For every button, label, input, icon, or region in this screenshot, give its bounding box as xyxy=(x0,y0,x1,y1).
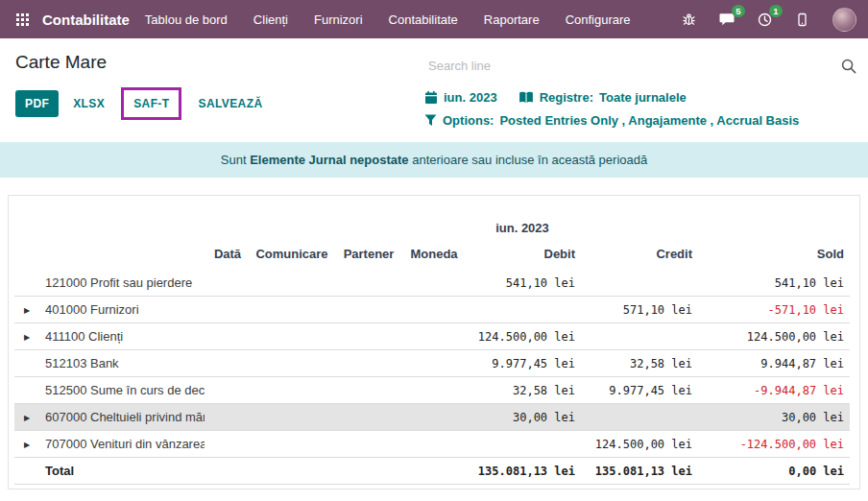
date-filter[interactable]: iun. 2023 xyxy=(424,90,497,105)
caret-cell: ▶ xyxy=(14,404,39,431)
credit-cell: 124.500,00 lei xyxy=(581,431,698,458)
total-label: Total xyxy=(39,458,205,485)
caret-cell xyxy=(14,270,39,297)
menu-item-raportare[interactable]: Raportare xyxy=(484,12,540,27)
ledger-row-401000[interactable]: ▶401000 Furnizori571,10 lei-571,10 lei xyxy=(14,297,850,323)
filter-line-2: Options: Posted Entries Only , Angajamen… xyxy=(424,113,856,128)
report-header: Carte Mare PDF XLSX SAF-T SALVEAZĂ xyxy=(0,38,868,128)
credit-cell: 571,10 lei xyxy=(581,297,698,323)
funnel-icon xyxy=(424,114,437,127)
app-brand[interactable]: Contabilitate xyxy=(42,12,130,28)
clock-icon[interactable]: 1 xyxy=(758,12,772,27)
caret-cell: ▶ xyxy=(14,323,39,350)
ledger-row-121000[interactable]: 121000 Profit sau pierdere541,10 lei541,… xyxy=(14,270,850,297)
col-data: Dată xyxy=(205,244,251,270)
period-header-row: iun. 2023 xyxy=(14,221,850,244)
options-label: Options: xyxy=(443,113,494,128)
unposted-entries-link[interactable]: Elemente Jurnal nepostate xyxy=(250,153,408,167)
menu-item-clienți[interactable]: Clienți xyxy=(253,12,288,27)
account-name: 607000 Cheltuieli privind mărfurile xyxy=(39,404,205,431)
col-sold: Sold xyxy=(698,244,850,270)
user-avatar[interactable] xyxy=(832,8,856,32)
search-input[interactable] xyxy=(424,54,841,78)
unposted-entries-banner: Sunt Elemente Jurnal nepostate anterioar… xyxy=(0,142,868,178)
ledger-row-512103[interactable]: 512103 Bank9.977,45 lei32,58 lei9.944,87… xyxy=(14,350,850,377)
col-credit: Credit xyxy=(581,244,698,270)
journals-filter[interactable]: Registre: Toate jurnalele xyxy=(518,90,687,105)
caret-cell: ▶ xyxy=(14,431,39,458)
sold-cell: 9.944,87 lei xyxy=(698,350,850,377)
col-comunicare: Comunicare xyxy=(251,244,333,270)
menu-item-configurare[interactable]: Configurare xyxy=(566,12,631,27)
messages-badge: 5 xyxy=(732,5,745,18)
main-menu: Tablou de bordCliențiFurnizoriContabilit… xyxy=(145,12,631,27)
banner-text-pre: Sunt xyxy=(221,153,247,167)
account-name: 512500 Sume în curs de decontare xyxy=(39,377,205,404)
chat-bubble-icon[interactable]: 5 xyxy=(719,12,735,27)
journals-label: Registre: xyxy=(540,90,593,105)
caret-cell: ▶ xyxy=(14,297,39,323)
column-header-row: Dată Comunicare Partener Moneda Debit Cr… xyxy=(14,244,850,270)
account-name: 121000 Profit sau pierdere xyxy=(39,270,205,297)
expand-caret-icon[interactable]: ▶ xyxy=(24,441,30,449)
search-bar xyxy=(424,50,856,78)
debit-cell: 32,58 lei xyxy=(464,377,581,404)
debit-cell: 30,00 lei xyxy=(464,404,581,431)
expand-caret-icon[interactable]: ▶ xyxy=(24,306,30,315)
sold-cell: 124.500,00 lei xyxy=(698,323,850,350)
apps-grid-icon[interactable] xyxy=(10,13,35,26)
credit-cell xyxy=(581,270,698,297)
sold-cell: -124.500,00 lei xyxy=(698,431,850,458)
banner-text-post: anterioare sau incluse în această perioa… xyxy=(412,153,647,167)
options-filter[interactable]: Options: Posted Entries Only , Angajamen… xyxy=(424,113,799,128)
account-name: 401000 Furnizori xyxy=(39,297,205,323)
options-value: Posted Entries Only , Angajamente , Accr… xyxy=(499,113,799,128)
ledger-row-411100[interactable]: ▶411100 Clienți124.500,00 lei124.500,00 … xyxy=(14,323,850,350)
general-ledger-table: iun. 2023 Dată Comunicare Partener Moned… xyxy=(14,221,850,485)
menu-item-furnizori[interactable]: Furnizori xyxy=(314,12,363,27)
caret-cell xyxy=(14,350,39,377)
debit-cell: 124.500,00 lei xyxy=(464,323,581,350)
page-title: Carte Mare xyxy=(15,52,424,73)
saft-button[interactable]: SAF-T xyxy=(124,90,179,117)
bug-icon[interactable] xyxy=(682,12,696,27)
ledger-row-607000[interactable]: ▶607000 Cheltuieli privind mărfurile30,0… xyxy=(14,404,850,431)
sold-cell: -9.944,87 lei xyxy=(698,377,850,404)
date-filter-label: iun. 2023 xyxy=(444,90,497,105)
caret-cell xyxy=(14,377,39,404)
ledger-row-512500[interactable]: 512500 Sume în curs de decontare32,58 le… xyxy=(14,377,850,404)
credit-cell: 32,58 lei xyxy=(581,350,698,377)
save-button[interactable]: SALVEAZĂ xyxy=(188,90,272,117)
systray: 5 1 xyxy=(682,8,856,32)
sold-cell: 541,10 lei xyxy=(698,270,850,297)
book-icon xyxy=(518,90,534,105)
magnifier-icon[interactable] xyxy=(841,59,856,74)
account-name: 411100 Clienți xyxy=(39,323,205,350)
table-period-label: iun. 2023 xyxy=(464,221,581,244)
col-moneda: Moneda xyxy=(404,244,464,270)
expand-caret-icon[interactable]: ▶ xyxy=(24,333,30,342)
expand-caret-icon[interactable]: ▶ xyxy=(24,414,30,422)
credit-cell xyxy=(581,323,698,350)
general-ledger-card: iun. 2023 Dată Comunicare Partener Moned… xyxy=(8,195,860,489)
debit-cell: 541,10 lei xyxy=(464,270,581,297)
total-debit: 135.081,13 lei xyxy=(464,458,581,485)
total-credit: 135.081,13 lei xyxy=(581,458,698,485)
credit-cell xyxy=(581,404,698,431)
sold-cell: 30,00 lei xyxy=(698,404,850,431)
annotation-box: SAF-T xyxy=(121,87,181,120)
pdf-button[interactable]: PDF xyxy=(15,90,59,117)
calendar-icon xyxy=(424,90,438,105)
total-row: Total 135.081,13 lei 135.081,13 lei 0,00… xyxy=(14,458,850,485)
account-name: 512103 Bank xyxy=(39,350,205,377)
filter-line-1: iun. 2023 Registre: Toate jurnalele xyxy=(424,90,856,105)
xlsx-button[interactable]: XLSX xyxy=(63,90,114,117)
mobile-icon[interactable] xyxy=(795,12,809,27)
ledger-row-707000[interactable]: ▶707000 Venituri din vânzarea mărfurilor… xyxy=(14,431,850,458)
debit-cell xyxy=(464,297,581,323)
menu-item-contabilitate[interactable]: Contabilitate xyxy=(389,12,458,27)
credit-cell: 9.977,45 lei xyxy=(581,377,698,404)
debit-cell: 9.977,45 lei xyxy=(464,350,581,377)
menu-item-tablou-de-bord[interactable]: Tablou de bord xyxy=(145,12,228,27)
total-sold: 0,00 lei xyxy=(698,458,850,485)
